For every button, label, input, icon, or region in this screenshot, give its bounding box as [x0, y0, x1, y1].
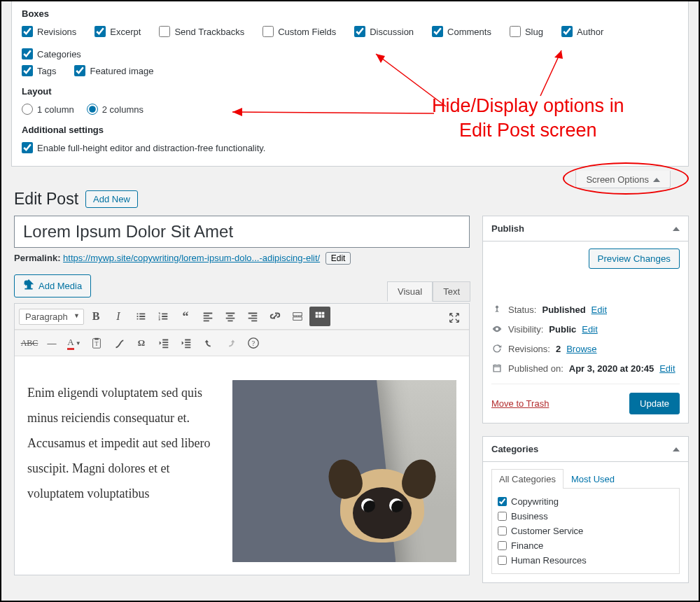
preview-changes-button[interactable]: Preview Changes	[589, 248, 680, 269]
category-item[interactable]: Business	[498, 509, 673, 524]
bullet-list-button[interactable]	[130, 307, 151, 326]
status-value: Published	[542, 304, 585, 315]
category-item[interactable]: Finance	[498, 538, 673, 553]
box-checkbox-excerpt[interactable]: Excerpt	[94, 26, 141, 37]
undo-button[interactable]	[198, 333, 219, 353]
tab-most-used[interactable]: Most Used	[564, 469, 622, 489]
svg-rect-6	[322, 315, 325, 318]
boxes-checkbox-row-2: Tags Featured image	[22, 65, 678, 76]
categories-metabox: Categories All Categories Most Used Copy…	[482, 436, 689, 583]
published-edit-link[interactable]: Edit	[659, 363, 675, 374]
post-title-input[interactable]	[14, 216, 470, 248]
add-new-button[interactable]: Add New	[85, 190, 138, 208]
box-checkbox-categories[interactable]: Categories	[22, 48, 81, 59]
visibility-value: Public	[549, 324, 576, 335]
published-date: Apr 3, 2020 at 20:45	[569, 363, 654, 374]
category-list[interactable]: Copywriting Business Customer Service Fi…	[491, 489, 680, 574]
tab-visual[interactable]: Visual	[387, 281, 433, 302]
numbered-list-button[interactable]	[153, 307, 174, 326]
svg-rect-5	[318, 315, 321, 318]
box-checkbox-featured-image[interactable]: Featured image	[74, 65, 153, 76]
svg-rect-2	[318, 312, 321, 315]
revisions-browse-link[interactable]: Browse	[566, 344, 596, 354]
permalink-row: Permalink: https://mywp.site/copywriting…	[14, 248, 470, 274]
svg-text:T: T	[95, 341, 99, 347]
boxes-title: Boxes	[22, 8, 678, 19]
page-title: Edit Post	[14, 190, 78, 209]
box-checkbox-slug[interactable]: Slug	[510, 26, 543, 37]
clear-formatting-button[interactable]	[108, 333, 130, 353]
editor-body[interactable]: Enim eligendi voluptatem sed quis minus …	[15, 356, 469, 575]
revisions-icon	[491, 343, 503, 354]
help-button[interactable]: ?	[243, 333, 264, 353]
pin-icon	[491, 304, 503, 315]
box-checkbox-comments[interactable]: Comments	[432, 26, 491, 37]
additional-settings-title: Additional settings	[22, 125, 678, 135]
layout-radio-2col[interactable]: 2 columns	[87, 104, 144, 115]
tab-all-categories[interactable]: All Categories	[491, 469, 564, 489]
box-checkbox-custom-fields[interactable]: Custom Fields	[262, 26, 336, 37]
visibility-edit-link[interactable]: Edit	[582, 324, 597, 335]
media-icon	[23, 279, 34, 293]
chevron-up-icon	[653, 178, 660, 182]
post-body-text: Enim eligendi voluptatem sed quis minus …	[27, 380, 220, 562]
category-item[interactable]: Human Resources	[498, 553, 673, 568]
indent-button[interactable]	[176, 333, 197, 353]
layout-radio-row: 1 column 2 columns	[22, 104, 678, 115]
paste-text-button[interactable]: T	[86, 333, 107, 353]
box-checkbox-revisions[interactable]: Revisions	[22, 26, 76, 37]
layout-radio-1col[interactable]: 1 column	[22, 104, 74, 115]
outdent-button[interactable]	[153, 333, 174, 353]
distraction-free-button[interactable]	[444, 308, 465, 328]
italic-button[interactable]: I	[108, 307, 129, 326]
box-checkbox-send-trackbacks[interactable]: Send Trackbacks	[159, 26, 244, 37]
box-checkbox-author[interactable]: Author	[561, 26, 603, 37]
category-item[interactable]: Copywriting	[498, 494, 673, 509]
strikethrough-button[interactable]: ABC	[19, 333, 40, 353]
format-select[interactable]: Paragraph	[19, 309, 84, 325]
categories-heading[interactable]: Categories	[483, 437, 688, 462]
svg-rect-1	[316, 312, 318, 315]
post-body-image[interactable]	[232, 380, 456, 562]
permalink-link[interactable]: https://mywp.site/copywriting/lorem-ipsu…	[63, 253, 320, 263]
permalink-edit-button[interactable]: Edit	[326, 252, 351, 265]
category-item[interactable]: Customer Service	[498, 524, 673, 538]
hr-button[interactable]: —	[41, 333, 62, 353]
tab-text[interactable]: Text	[433, 281, 470, 302]
text-color-button[interactable]: A▼	[64, 333, 85, 353]
more-button[interactable]	[287, 307, 308, 326]
svg-text:?: ?	[252, 340, 255, 347]
bold-button[interactable]: B	[85, 307, 106, 326]
special-char-button[interactable]: Ω	[131, 333, 152, 353]
box-checkbox-discussion[interactable]: Discussion	[354, 26, 414, 37]
editor: Paragraph B I “ ABC — A	[14, 303, 470, 575]
publish-metabox: Publish Preview Changes Status: Publishe…	[482, 216, 689, 424]
layout-title: Layout	[22, 86, 678, 97]
eye-icon	[491, 323, 503, 335]
align-left-button[interactable]	[197, 307, 218, 326]
move-to-trash-link[interactable]: Move to Trash	[491, 398, 549, 409]
revisions-count: 2	[556, 344, 561, 354]
editor-toolbar-row2: ABC — A▼ T Ω ?	[15, 330, 469, 356]
redo-button[interactable]	[220, 333, 241, 353]
publish-heading[interactable]: Publish	[483, 216, 688, 241]
svg-rect-4	[316, 315, 318, 318]
svg-rect-3	[322, 312, 325, 315]
align-center-button[interactable]	[220, 307, 241, 326]
calendar-icon	[491, 363, 503, 374]
chevron-up-icon	[673, 227, 680, 231]
update-button[interactable]: Update	[629, 393, 680, 414]
add-media-button[interactable]: Add Media	[14, 274, 91, 298]
blockquote-button[interactable]: “	[175, 307, 196, 326]
align-right-button[interactable]	[242, 307, 263, 326]
editor-toolbar-row1: Paragraph B I “	[15, 304, 469, 330]
screen-options-tab[interactable]: Screen Options	[575, 171, 671, 188]
additional-checkbox-fullheight[interactable]: Enable full-height editor and distractio…	[22, 142, 265, 153]
boxes-checkbox-row: Revisions Excerpt Send Trackbacks Custom…	[22, 26, 678, 59]
chevron-up-icon	[673, 447, 680, 451]
link-button[interactable]	[265, 307, 286, 326]
box-checkbox-tags[interactable]: Tags	[22, 65, 56, 76]
toolbar-toggle-button[interactable]	[309, 307, 330, 326]
status-edit-link[interactable]: Edit	[592, 304, 607, 315]
screen-options-panel: Boxes Revisions Excerpt Send Trackbacks …	[11, 0, 689, 167]
